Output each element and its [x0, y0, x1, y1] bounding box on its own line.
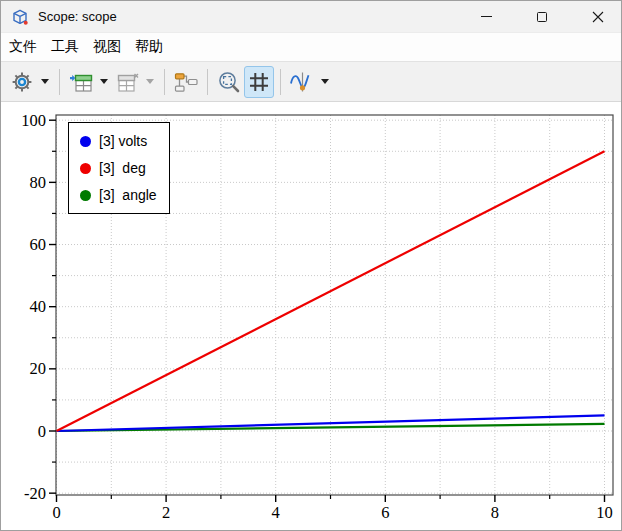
series-color-dot-green: [80, 190, 91, 201]
svg-text:10: 10: [596, 503, 613, 522]
svg-text:40: 40: [30, 297, 47, 316]
toggle-grid-button[interactable]: [244, 66, 274, 98]
maximize-button[interactable]: [519, 1, 565, 32]
maximize-icon: [537, 12, 547, 22]
legend-label: [3] deg: [99, 160, 146, 176]
add-trace-dropdown[interactable]: [96, 66, 112, 98]
grid-icon: [247, 70, 271, 94]
chevron-down-icon: [41, 79, 49, 84]
close-icon: [592, 11, 604, 23]
close-button[interactable]: [575, 1, 621, 32]
series-color-dot-red: [80, 163, 91, 174]
chevron-down-icon: [146, 79, 154, 84]
remove-trace-dropdown[interactable]: [142, 66, 158, 98]
chevron-down-icon: [100, 79, 108, 84]
add-trace-button[interactable]: [66, 66, 96, 98]
plot-area[interactable]: 0246810-20020406080100 [3] volts [3] deg…: [1, 102, 621, 531]
zoom-fit-button[interactable]: [214, 66, 244, 98]
add-trace-table-icon: [69, 70, 93, 94]
show-in-schematic-button[interactable]: [171, 66, 201, 98]
scope-window: Scope: scope 文件 工具 视图 帮助: [0, 0, 622, 531]
legend-item-deg: [3] deg: [80, 158, 157, 178]
legend-item-volts: [3] volts: [80, 131, 157, 151]
legend-label: [3] volts: [99, 133, 147, 149]
schematic-blocks-icon: [173, 70, 199, 94]
gear-icon: [10, 70, 34, 94]
svg-text:80: 80: [30, 173, 47, 192]
svg-text:0: 0: [52, 503, 60, 522]
minimize-icon: [481, 16, 492, 17]
window-controls: [453, 1, 621, 32]
menu-help[interactable]: 帮助: [128, 35, 170, 59]
titlebar[interactable]: Scope: scope: [1, 1, 621, 33]
series-color-dot-blue: [80, 136, 91, 147]
zoom-fit-icon: [217, 70, 241, 94]
svg-text:6: 6: [381, 503, 389, 522]
svg-text:-20: -20: [24, 484, 46, 503]
svg-text:8: 8: [491, 503, 499, 522]
svg-text:100: 100: [21, 111, 46, 130]
svg-text:2: 2: [162, 503, 170, 522]
svg-text:4: 4: [272, 503, 280, 522]
legend-label: [3] angle: [99, 187, 157, 203]
scope-settings-dropdown[interactable]: [37, 66, 53, 98]
legend-item-angle: [3] angle: [80, 185, 157, 205]
remove-trace-table-icon: [115, 70, 139, 94]
menu-file[interactable]: 文件: [2, 35, 44, 59]
scope-cube-icon: [10, 7, 30, 27]
toolbar-separator: [164, 69, 165, 95]
toolbar-separator: [59, 69, 60, 95]
cursors-dropdown[interactable]: [317, 66, 333, 98]
menu-view[interactable]: 视图: [86, 35, 128, 59]
cursors-button[interactable]: [287, 66, 317, 98]
svg-text:0: 0: [38, 422, 46, 441]
signal-wave-icon: [288, 70, 316, 94]
scope-settings-button[interactable]: [7, 66, 37, 98]
svg-text:20: 20: [30, 359, 47, 378]
menu-tools[interactable]: 工具: [44, 35, 86, 59]
minimize-button[interactable]: [463, 1, 509, 32]
plot-legend[interactable]: [3] volts [3] deg [3] angle: [68, 122, 170, 214]
svg-text:60: 60: [30, 235, 47, 254]
toolbar: [1, 61, 621, 102]
menubar: 文件 工具 视图 帮助: [1, 33, 621, 61]
toolbar-separator: [207, 69, 208, 95]
remove-trace-button[interactable]: [112, 66, 142, 98]
window-title: Scope: scope: [38, 9, 117, 24]
toolbar-separator: [280, 69, 281, 95]
chevron-down-icon: [321, 79, 329, 84]
